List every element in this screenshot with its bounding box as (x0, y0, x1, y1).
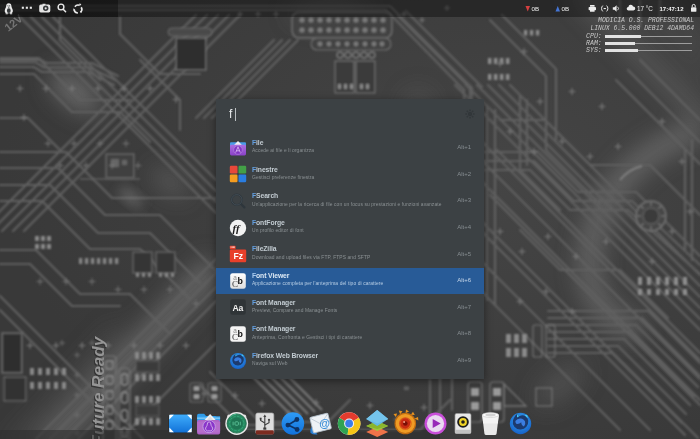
svg-text:8: 8 (402, 386, 411, 391)
svg-text:17:47:12: 17:47:12 (660, 6, 685, 12)
svg-text:C: C (232, 332, 238, 342)
svg-text:@: @ (319, 417, 330, 429)
svg-text:b: b (238, 329, 244, 339)
svg-text:b: b (238, 276, 244, 286)
svg-text:Fz: Fz (233, 251, 243, 261)
svg-text:Aa: Aa (232, 303, 243, 313)
svg-text:17 °C: 17 °C (637, 5, 653, 12)
svg-text:0B: 0B (562, 5, 570, 12)
svg-text:0B: 0B (532, 5, 540, 12)
svg-text:C: C (232, 279, 238, 289)
